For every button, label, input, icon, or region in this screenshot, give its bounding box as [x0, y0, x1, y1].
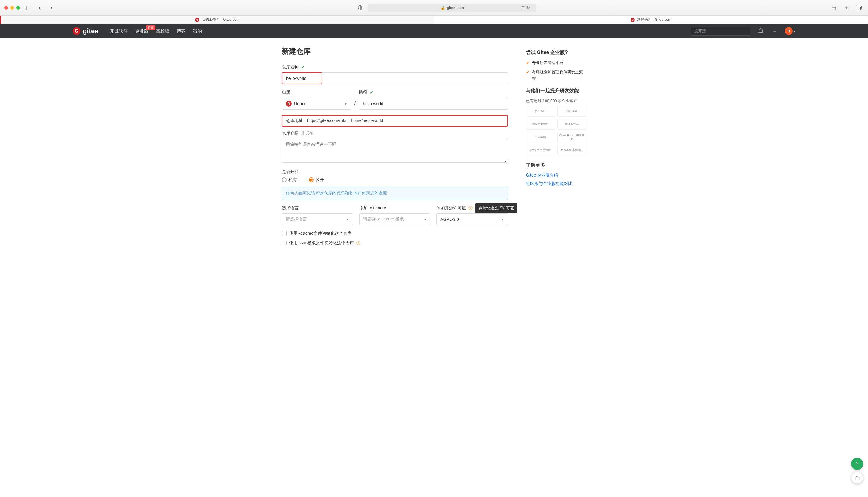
radio-public[interactable]: 公开: [309, 177, 324, 183]
sidebar-toggle-icon[interactable]: [23, 4, 32, 12]
tab-workbench[interactable]: G 我的工作台 - Gitee.com: [0, 16, 434, 24]
label-repo-name: 仓库名称 ✓: [282, 65, 508, 70]
more-title: 了解更多: [526, 162, 586, 168]
label-owner: 归属: [282, 90, 351, 95]
partner-logo: 招商银行: [526, 106, 555, 116]
label-opensource: 是否开源: [282, 169, 508, 175]
label-description: 仓库介绍 非必填: [282, 131, 508, 136]
license-tooltip: 点此快速选择许可证: [475, 203, 517, 213]
partner-logo: 中国电信: [526, 132, 555, 142]
label-gitignore: 添加 .gitignore: [359, 205, 431, 211]
language-select[interactable]: 请选择语言 ▼: [282, 213, 353, 225]
owner-avatar-icon: R: [286, 101, 292, 106]
notifications-icon[interactable]: [756, 28, 765, 34]
checkbox-issue-template[interactable]: 使用Issue模板文件初始化这个仓库 ⓘ: [282, 240, 508, 246]
check-circle-icon: ✔: [526, 69, 530, 75]
tab-label: 新建仓库 - Gitee.com: [637, 17, 671, 22]
path-input[interactable]: [359, 98, 508, 110]
share-icon[interactable]: [829, 4, 839, 12]
avatar: R: [785, 27, 793, 35]
label-path: 路径 ✓: [359, 90, 508, 95]
lock-icon: 🔒: [440, 5, 445, 10]
partner-logo: knowbox 小盒科技: [557, 145, 586, 155]
check-icon: ✓: [301, 65, 305, 70]
url-bar[interactable]: 🔒 gitee.com: [368, 4, 536, 12]
repo-url-display: 仓库地址：https://gitee.com/robin_home/hello-…: [282, 115, 508, 127]
promo-item: ✔专业研发管理平台: [526, 60, 586, 66]
repo-name-input[interactable]: [282, 73, 322, 84]
check-icon: ✓: [370, 90, 374, 95]
nav-enterprise[interactable]: 企业版 特惠: [135, 28, 149, 34]
search-input[interactable]: 搜开源: [691, 27, 751, 36]
gitee-logo[interactable]: G gitee: [73, 27, 98, 35]
gitee-favicon-icon: G: [195, 18, 199, 22]
chevron-down-icon: ▼: [423, 218, 426, 221]
public-note: 任何人都可以访问该仓库的代码和其他任何形式的资源: [282, 187, 508, 200]
tab-label: 我的工作台 - Gitee.com: [201, 17, 239, 22]
label-language: 选择语言: [282, 205, 353, 211]
link-compare[interactable]: 社区版与企业版功能对比: [526, 181, 586, 186]
info-icon[interactable]: ⓘ: [468, 205, 473, 211]
partner-logo: 中国光大银行: [526, 119, 555, 129]
back-button[interactable]: ‹: [35, 4, 44, 12]
chevron-down-icon: ▼: [346, 218, 349, 221]
description-input[interactable]: [282, 139, 508, 163]
checkbox-readme[interactable]: 使用Readme文件初始化这个仓库: [282, 231, 508, 236]
link-enterprise-intro[interactable]: Gitee 企业版介绍: [526, 173, 586, 178]
svg-rect-0: [25, 6, 30, 10]
new-tab-icon[interactable]: ＋: [842, 4, 851, 12]
plus-icon[interactable]: ＋: [770, 27, 780, 34]
translate-icon[interactable]: ⇆: [521, 5, 525, 11]
maximize-icon[interactable]: [16, 6, 20, 10]
partner-logo: China Unicom中国联通: [557, 132, 586, 142]
partner-grid: 招商银行 招商证券 中国光大银行 比亚迪汽车 中国电信 China Unicom…: [526, 106, 586, 155]
check-circle-icon: ✔: [526, 60, 530, 66]
path-separator: /: [354, 99, 356, 107]
tabs-icon[interactable]: [855, 4, 864, 12]
forward-button[interactable]: ›: [47, 4, 56, 12]
chevron-down-icon: ▾: [794, 29, 795, 33]
svg-rect-4: [858, 6, 862, 9]
nav-blog[interactable]: 博客: [177, 28, 186, 34]
radio-icon: [282, 178, 286, 182]
main-form: 新建仓库 仓库名称 ✓ 归属 R Robin ▼: [282, 46, 508, 246]
gitignore-select[interactable]: 请选择 .gitignore 模板 ▼: [359, 213, 431, 225]
radio-checked-icon: [309, 178, 314, 182]
url-host: gitee.com: [447, 5, 464, 10]
gitee-logo-icon: G: [73, 27, 81, 35]
svg-rect-3: [857, 6, 861, 10]
minimize-icon[interactable]: [10, 6, 14, 10]
promo-title: 尝试 Gitee 企业版?: [526, 49, 586, 56]
partner-logo: 招商证券: [557, 106, 586, 116]
nav-mine[interactable]: 我的: [193, 28, 202, 34]
page-title: 新建仓库: [282, 46, 508, 56]
chevron-down-icon: ▼: [344, 102, 347, 105]
reload-icon[interactable]: ↻: [526, 5, 530, 11]
promo-item: ✔有序规划和管理软件研发全流程: [526, 69, 586, 81]
info-icon[interactable]: ⓘ: [356, 240, 361, 246]
nav-campus[interactable]: 高校版: [156, 28, 169, 34]
partners-title: 与他们一起提升研发效能: [526, 88, 586, 94]
checkbox-icon: [282, 231, 286, 236]
tab-new-repo[interactable]: G 新建仓库 - Gitee.com: [434, 16, 868, 24]
nav-opensource[interactable]: 开源软件: [110, 28, 128, 34]
badge-hot: 特惠: [146, 25, 155, 30]
owner-select[interactable]: R Robin ▼: [282, 98, 351, 110]
user-menu[interactable]: R ▾: [785, 27, 795, 35]
tab-strip: G 我的工作台 - Gitee.com G 新建仓库 - Gitee.com: [0, 16, 868, 24]
partners-sub: 已有超过 180,000 家企业客户: [526, 98, 586, 104]
checkbox-icon: [282, 241, 286, 245]
license-select[interactable]: AGPL-3.0 ▼: [436, 213, 508, 225]
chevron-down-icon: ▼: [501, 218, 504, 221]
radio-private[interactable]: 私有: [282, 177, 297, 183]
gitee-favicon-icon: G: [630, 18, 635, 22]
browser-toolbar: ‹ › 🔒 gitee.com ⇆↻ ＋: [0, 0, 868, 16]
shield-icon[interactable]: [356, 4, 365, 12]
partner-logo: pactera 文思海辉: [526, 145, 555, 155]
site-header: G gitee 开源软件 企业版 特惠 高校版 博客 我的 搜开源 ＋ R ▾: [0, 24, 868, 38]
close-icon[interactable]: [4, 6, 8, 10]
partner-logo: 比亚迪汽车: [557, 119, 586, 129]
window-controls: [4, 6, 20, 10]
sidebar: 尝试 Gitee 企业版? ✔专业研发管理平台 ✔有序规划和管理软件研发全流程 …: [526, 46, 586, 246]
